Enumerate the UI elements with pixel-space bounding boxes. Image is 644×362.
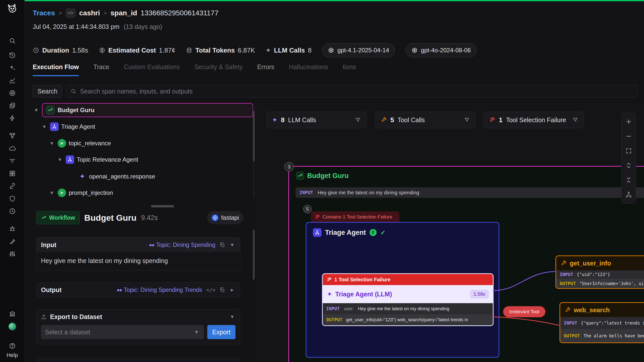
lightning-icon[interactable] [7,113,18,124]
history-icon[interactable] [7,50,18,61]
input-topic-badge[interactable]: ●●Topic: Dining Spending [149,242,215,248]
tree-row-triage-agent[interactable]: ▾ Triage Agent [41,120,95,134]
tab-trace[interactable]: Trace [93,63,109,75]
tree-label: Topic Relevance Agent [77,156,138,163]
funnel-icon[interactable] [464,117,470,123]
funnel-icon[interactable] [355,117,361,123]
output-text: get_user_info(uid="123") web_search(quer… [346,317,468,323]
breadcrumb-project[interactable]: cashri [79,9,100,17]
tree-row-openai-agents-response[interactable]: ✦ openai_agents.response [78,169,155,184]
tree-selected-node[interactable]: Budget Guru [42,103,253,117]
chevron-down-icon[interactable]: ▾ [57,156,63,163]
execution-flow-canvas[interactable]: ✦ 8 LLM Calls 5 Tool Calls 1 Tool Select… [255,103,644,362]
shield-icon[interactable] [7,193,18,204]
failure-banner: Contains 1 Tool Selection Failure [311,211,399,222]
tree-row-budget-guru[interactable]: ▾ Budget Guru [33,103,253,117]
chevron-right-icon[interactable]: ▸ [229,287,235,293]
next-section-partial [36,358,240,362]
fit-view-button[interactable] [623,145,634,157]
data-cloud-icon[interactable] [7,143,18,154]
cluster-nodes-icon[interactable] [7,130,18,141]
filter-chip-tool-selection-failure[interactable]: 1 Tool Selection Failure [484,112,584,128]
metrics-bar: Duration 1.58s Estimated Cost 1.87¢ Tota… [33,42,636,58]
chevron-down-icon[interactable]: ▾ [229,242,235,248]
user-avatar[interactable] [9,323,16,330]
chevron-down-icon[interactable]: ▾ [49,140,55,147]
organization-icon[interactable] [7,308,18,319]
chevron-down-icon[interactable]: ▾ [41,123,48,130]
copy-icon[interactable] [219,287,225,293]
target-icon[interactable] [7,87,18,99]
code-view-icon[interactable]: </> [206,287,215,293]
output-topic-badge[interactable]: ●●Topic: Dining Spending Trends [117,287,202,293]
chevron-down-icon[interactable]: ▾ [33,107,39,113]
graph-node-triage-agent-llm[interactable]: 1 Tool Selection Failure ✦ Triage Agent … [322,273,494,326]
chevron-down-icon[interactable]: ▾ [229,313,235,320]
graph-node-get-user-info[interactable]: get_user_info INPUT {"uid":"123"} OUTPUT… [555,255,644,289]
tab-security-safety[interactable]: Security & Safety [194,63,243,75]
tab-clipped[interactable]: tions [343,63,356,75]
bug-icon[interactable] [7,223,18,234]
hierarchy-layout-button[interactable] [623,188,634,201]
export-section-label: Export to Dataset [50,313,102,321]
filter-lines-icon[interactable] [7,155,18,166]
brush-icon[interactable] [7,236,18,247]
tree-label: openai_agents.response [89,173,155,180]
breadcrumb-traces-link[interactable]: Traces [33,9,55,17]
tab-execution-flow[interactable]: Execution Flow [33,63,79,76]
funnel-icon[interactable] [572,117,578,123]
layers-icon[interactable] [7,100,18,111]
tree-label: topic_relevance [69,140,111,147]
dataset-select[interactable]: Select a dataset ▾ [41,325,204,339]
collapse-all-button[interactable] [623,174,634,186]
zoom-in-button[interactable] [623,115,634,128]
sliders-icon[interactable] [7,248,18,259]
filter-count: 1 [499,116,502,124]
expand-all-button[interactable] [623,159,634,172]
input-section: Input ●●Topic: Dining Spending ▾ Hey giv… [36,237,240,271]
graph-node-web-search[interactable]: web_search INPUT {"query":"latest trends… [559,302,644,343]
search-button[interactable]: Search [33,85,62,98]
detail-scrollbar-thumb[interactable] [253,230,255,280]
model-name: gpt-4.1-2025-04-14 [337,47,389,54]
search-input[interactable] [80,88,633,95]
tree-scrollbar[interactable] [253,105,255,198]
tab-errors[interactable]: Errors [257,63,274,75]
help-icon[interactable] [7,340,18,351]
model-chip-gpt4o[interactable]: gpt-4o-2024-08-06 [406,43,477,57]
panel-drag-handle[interactable] [151,205,174,207]
node-title: get_user_info [570,260,611,267]
tree-row-topic-relevance-agent[interactable]: ▾ Topic Relevance Agent [57,153,138,167]
clock-refresh-icon[interactable] [7,206,18,217]
apps-grid-icon[interactable] [7,168,18,179]
tree-scrollbar-thumb[interactable] [253,111,255,161]
filter-chip-tool-calls[interactable]: 5 Tool Calls [375,112,476,128]
breadcrumb-span-id: 13366852950061431177 [141,9,218,17]
chevron-down-icon[interactable]: ▾ [49,190,55,196]
broken-wrench-icon [489,117,495,123]
agent-icon [50,122,59,131]
sparkle-icon: ✦ [265,47,271,54]
openai-logo-icon [411,47,418,54]
metric-llm-calls: ✦ LLM Calls 8 [265,47,311,54]
span-title: Budget Guru [84,213,137,223]
model-chip-gpt41[interactable]: gpt-4.1-2025-04-14 [322,43,395,57]
link-icon[interactable] [7,180,18,192]
tree-label: prompt_injection [69,189,113,196]
copy-icon[interactable] [219,242,225,248]
tree-row-prompt-injection[interactable]: ▾ prompt_injection [49,186,113,200]
breadcrumb-separator: > [103,10,107,17]
clock-icon [33,47,39,54]
search-icon[interactable] [7,35,18,46]
input-text: {"query":"latest trends in [581,321,644,326]
tree-row-topic-relevance[interactable]: ▾ topic_relevance [49,136,111,150]
sparkles-icon[interactable] [7,62,18,73]
tab-custom-evaluations[interactable]: Custom Evaluations [124,63,180,75]
tab-hallucinations[interactable]: Hallucinations [289,63,328,75]
export-button[interactable]: Export [207,325,235,339]
graph-node-triage-agent[interactable]: Triage Agent 0 ✓ 1 Tool Selection Failur… [306,222,499,358]
check-icon: ✓ [381,229,386,236]
filter-chip-llm-calls[interactable]: ✦ 8 LLM Calls [266,112,367,128]
metrics-chart-icon[interactable] [7,75,18,86]
zoom-out-button[interactable] [623,130,634,143]
